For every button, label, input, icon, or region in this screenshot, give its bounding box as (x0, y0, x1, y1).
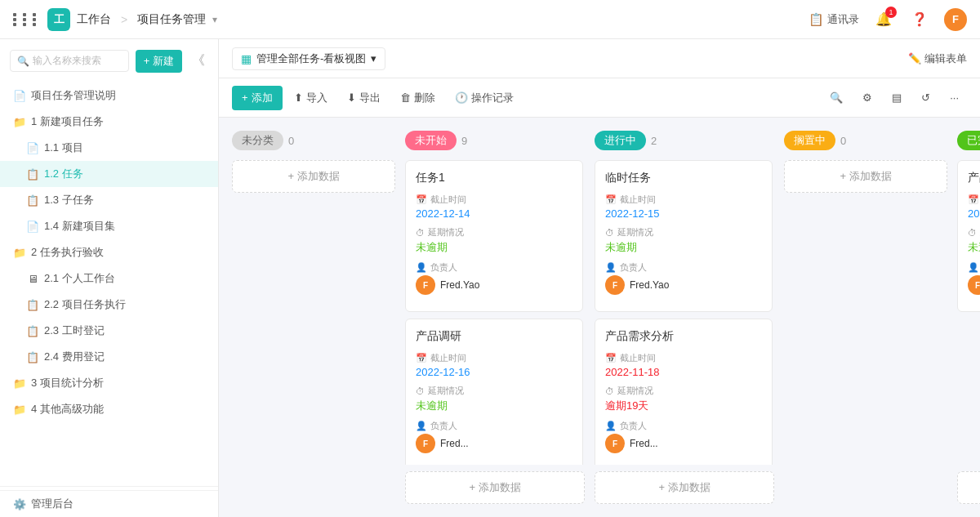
view-label: 管理全部任务-看板视图 (256, 51, 366, 66)
folder-icon: 📁 (13, 246, 26, 259)
sidebar-item-subtask[interactable]: 📋 1.3 子任务 (0, 187, 218, 213)
search-toolbar-button[interactable]: 🔍 (822, 87, 851, 109)
assignee-avatar: F Fred... (416, 434, 572, 453)
sidebar-item-project[interactable]: 📄 1.1 项目 (0, 135, 218, 161)
top-navigation: 工 工作台 > 项目任务管理 ▾ 📋 通讯录 🔔 1 ❓ F (0, 0, 980, 39)
sidebar-item-personal-work[interactable]: 🖥 2.1 个人工作台 (0, 265, 218, 292)
add-data-pending[interactable]: + 添加数据 (784, 160, 947, 193)
sidebar-item-task-verify[interactable]: 📁 2 任务执行验收 (0, 239, 218, 265)
contacts-icon: 📋 (808, 12, 824, 27)
col-badge-completed: 已完成 (957, 131, 980, 150)
card-title: 产品需求分析 (605, 329, 762, 344)
sidebar-item-project-desc[interactable]: 📄 项目任务管理说明 (0, 82, 218, 109)
calendar-icon: 📅 (968, 194, 979, 205)
more-icon: ··· (950, 91, 959, 104)
overdue-label: 延期情况 (617, 385, 653, 397)
overdue-icon: ⏱ (416, 228, 425, 238)
deadline-value: 2022-10-14 (968, 207, 980, 220)
monitor-icon: 🖥 (26, 272, 39, 285)
search-icon: 🔍 (830, 91, 843, 104)
export-button[interactable]: ⬇ 导出 (339, 86, 389, 110)
assignee-avatar: F Fred.Yao (416, 275, 572, 295)
deadline-label: 截止时间 (620, 352, 656, 364)
card-task1[interactable]: 任务1 📅截止时间 2022-12-14 ⏱延期情况 未逾期 👤负责人 (405, 160, 583, 312)
add-data-completed[interactable]: + 添加数据 (957, 471, 980, 504)
add-data-not-started[interactable]: + 添加数据 (405, 471, 585, 504)
doc-icon: 📄 (26, 141, 39, 154)
assignee-name: Fred... (440, 438, 469, 449)
card-product-project[interactable]: 产品立项 📅截止时间 2022-10-14 ⏱延期情况 未逾期 👤负责人 (957, 160, 980, 312)
search-input[interactable]: 🔍 输入名称来搜索 (10, 50, 129, 72)
delete-button[interactable]: 🗑 删除 (392, 86, 443, 110)
card-temp-task[interactable]: 临时任务 📅截止时间 2022-12-15 ⏱延期情况 未逾期 👤负责人 (595, 160, 773, 312)
person-icon: 👤 (416, 262, 427, 273)
sidebar-item-advanced[interactable]: 📁 4 其他高级功能 (0, 396, 218, 422)
view-selector[interactable]: ▦ 管理全部任务-看板视图 ▾ (232, 47, 385, 70)
person-icon: 👤 (416, 421, 427, 431)
refresh-button[interactable]: ↺ (913, 87, 938, 109)
sidebar-menu: 📄 项目任务管理说明 📁 1 新建项目任务 📄 1.1 项目 📋 1.2 任务 … (0, 82, 218, 483)
sidebar-item-task-exec[interactable]: 📋 2.2 项目任务执行 (0, 292, 218, 318)
refresh-icon: ↺ (921, 91, 930, 104)
deadline-value: 2022-12-14 (416, 207, 572, 220)
breadcrumb-project[interactable]: 项目任务管理 (137, 12, 206, 27)
sheet-icon: 📋 (26, 167, 39, 181)
money-icon: 📋 (26, 350, 39, 363)
more-button[interactable]: ··· (942, 87, 967, 109)
card-field-deadline: 📅截止时间 2022-11-18 (605, 352, 762, 378)
grid-menu-icon[interactable] (13, 13, 41, 26)
column-unclassified: 未分类 0 + 添加数据 (232, 131, 395, 504)
filter-button[interactable]: ⚙ (854, 87, 880, 109)
card-field-assignee: 👤负责人 F Fred... (605, 420, 762, 453)
sidebar-item-cost-log[interactable]: 📋 2.4 费用登记 (0, 344, 218, 370)
sidebar-collapse-icon[interactable]: 《 (189, 49, 208, 73)
col-header-not-started: 未开始 9 (405, 131, 585, 150)
sidebar-item-new-project[interactable]: 📁 1 新建项目任务 (0, 109, 218, 135)
assignee-label: 负责人 (430, 420, 457, 432)
new-button[interactable]: + 新建 (136, 50, 182, 73)
export-icon: ⬇ (347, 91, 356, 104)
avatar: F (416, 275, 435, 295)
person-icon: 👤 (968, 262, 979, 273)
import-button[interactable]: ⬆ 导入 (286, 86, 336, 110)
contacts-button[interactable]: 📋 通讯录 (808, 12, 859, 27)
card-field-overdue: ⏱延期情况 未逾期 (416, 385, 572, 413)
sidebar-item-label: 1.2 任务 (44, 167, 205, 181)
card-field-overdue: ⏱延期情况 逾期19天 (605, 385, 762, 413)
notification-button[interactable]: 🔔 1 (872, 8, 895, 31)
sidebar-item-time-log[interactable]: 📋 2.3 工时登记 (0, 318, 218, 344)
col-header-completed: 已完成 1 (957, 131, 980, 150)
col-cards-in-progress: 临时任务 📅截止时间 2022-12-15 ⏱延期情况 未逾期 👤负责人 (595, 160, 774, 465)
sidebar-item-label: 3 项目统计分析 (31, 376, 205, 390)
help-button[interactable]: ❓ (908, 8, 931, 31)
sidebar-manage-backend[interactable]: ⚙️ 管理后台 (0, 490, 218, 517)
sidebar-item-project-set[interactable]: 📄 1.4 新建项目集 (0, 213, 218, 239)
group-button[interactable]: ▤ (884, 87, 910, 109)
chevron-down-icon[interactable]: ▾ (212, 14, 217, 25)
delete-label: 删除 (414, 91, 435, 105)
add-data-unclassified[interactable]: + 添加数据 (232, 160, 395, 193)
sidebar-item-project-stats[interactable]: 📁 3 项目统计分析 (0, 370, 218, 396)
app-logo: 工 (47, 8, 70, 31)
sidebar-item-task[interactable]: 📋 1.2 任务 (0, 161, 218, 187)
sidebar-search-area: 🔍 输入名称来搜索 + 新建 《 (0, 39, 218, 82)
card-product-analysis[interactable]: 产品需求分析 📅截止时间 2022-11-18 ⏱延期情况 逾期19天 👤负责人 (595, 319, 773, 465)
person-icon: 👤 (605, 262, 617, 273)
card-product-research[interactable]: 产品调研 📅截止时间 2022-12-16 ⏱延期情况 未逾期 👤负责人 (405, 319, 583, 465)
add-button[interactable]: + 添加 (232, 86, 283, 110)
assignee-name: Fred... (630, 438, 658, 449)
card-field-assignee: 👤负责人 F Fred.Yao (416, 261, 572, 295)
breadcrumb-workbench[interactable]: 工作台 (77, 12, 111, 27)
settings-icon: ⚙️ (13, 498, 26, 510)
assignee-avatar: F Fred.Yao (605, 275, 762, 295)
calendar-icon: 📅 (605, 353, 617, 363)
assignee-name: Fred.Yao (440, 279, 479, 291)
subheader: ▦ 管理全部任务-看板视图 ▾ ✏️ 编辑表单 (219, 39, 980, 78)
operation-log-button[interactable]: 🕐 操作记录 (447, 86, 522, 110)
edit-icon: ✏️ (908, 52, 921, 65)
user-avatar[interactable]: F (944, 8, 967, 31)
edit-form-button[interactable]: ✏️ 编辑表单 (908, 51, 967, 66)
col-count-unclassified: 0 (288, 135, 294, 147)
add-data-in-progress[interactable]: + 添加数据 (595, 471, 774, 504)
overdue-value: 未逾期 (968, 240, 980, 255)
